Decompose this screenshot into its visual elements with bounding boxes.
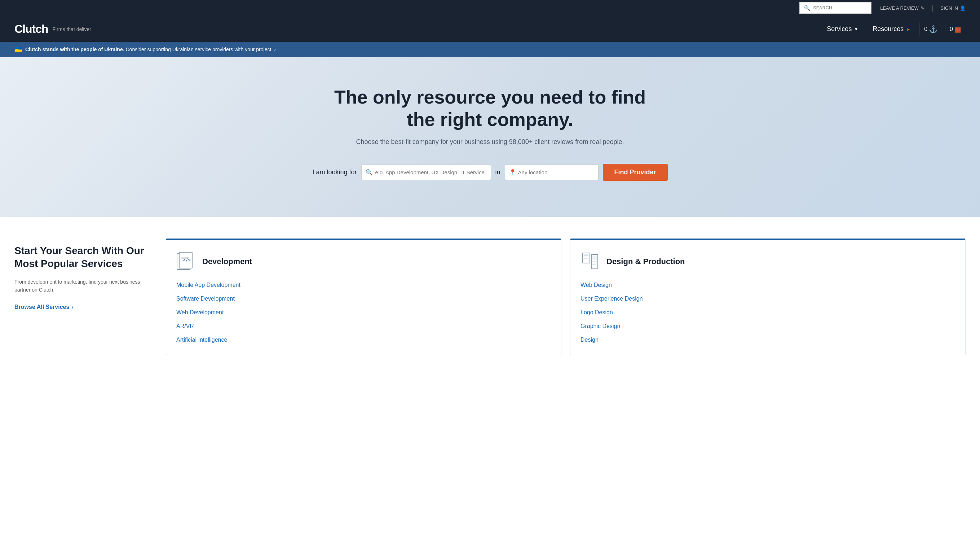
bookmarks-nav-item[interactable]: 0 ⚓: [920, 22, 942, 37]
design-link[interactable]: Design: [581, 337, 955, 343]
development-card: </> Development Mobile App Development S…: [166, 239, 562, 355]
top-bar: 🔍 LEAVE A REVIEW ✎ | SIGN IN 👤: [0, 0, 980, 16]
bookmark-count: 0: [924, 26, 928, 32]
logo[interactable]: Clutch: [14, 22, 48, 36]
nav-right: Services ▼ Resources ► 0 ⚓ 0 ▦: [821, 22, 966, 37]
location-input[interactable]: [505, 164, 598, 180]
top-bar-actions: LEAVE A REVIEW ✎ | SIGN IN 👤: [880, 4, 966, 12]
find-provider-button[interactable]: Find Provider: [603, 164, 668, 181]
hero-section: The only resource you need to find the r…: [0, 57, 980, 217]
design-production-card-icon: [581, 252, 601, 272]
service-cards: </> Development Mobile App Development S…: [166, 239, 966, 355]
service-search-input[interactable]: [361, 164, 491, 180]
graphic-design-link[interactable]: Graphic Design: [581, 323, 955, 330]
svg-rect-10: [592, 256, 597, 260]
development-card-header: </> Development: [176, 252, 551, 272]
design-production-card-header: Design & Production: [581, 252, 955, 272]
top-bar-divider: |: [932, 4, 934, 12]
resources-label: Resources: [873, 25, 904, 33]
top-search-input[interactable]: [813, 5, 864, 10]
hero-title: The only resource you need to find the r…: [328, 86, 652, 131]
arvr-link[interactable]: AR/VR: [176, 323, 551, 330]
ukraine-arrow-icon: ›: [274, 46, 276, 52]
development-card-icon: </>: [176, 252, 197, 272]
services-intro-desc: From development to marketing, find your…: [14, 278, 151, 294]
location-icon: 📍: [509, 169, 516, 176]
top-search-icon: 🔍: [804, 5, 810, 11]
location-search-wrapper: 📍: [505, 164, 598, 180]
ukraine-banner-text: Clutch stands with the people of Ukraine…: [25, 46, 276, 52]
resources-arrow-icon: ►: [906, 26, 911, 32]
in-label: in: [495, 169, 500, 176]
services-intro-title: Start Your Search With Our Most Popular …: [14, 244, 151, 271]
ukraine-banner[interactable]: 🇺🇦 Clutch stands with the people of Ukra…: [0, 42, 980, 57]
design-production-card-title: Design & Production: [606, 257, 685, 266]
messages-nav-item[interactable]: 0 ▦: [945, 22, 966, 37]
services-label: Services: [827, 25, 852, 33]
hero-search-bar: I am looking for 🔍 in 📍 Find Provider: [14, 164, 966, 181]
user-icon: 👤: [960, 5, 966, 11]
ux-design-link[interactable]: User Experience Design: [581, 295, 955, 302]
svg-rect-6: [584, 254, 589, 256]
main-nav: Clutch Firms that deliver Services ▼ Res…: [0, 16, 980, 42]
svg-rect-8: [584, 258, 588, 259]
mobile-app-dev-link[interactable]: Mobile App Development: [176, 282, 551, 289]
browse-arrow-icon: ›: [72, 304, 73, 310]
leave-review-link[interactable]: LEAVE A REVIEW ✎: [880, 5, 924, 11]
bookmark-icon: ⚓: [929, 25, 938, 33]
hero-subtitle: Choose the best-fit company for your bus…: [14, 138, 966, 146]
design-production-card: Design & Production Web Design User Expe…: [570, 239, 966, 355]
service-search-wrapper: 🔍: [361, 164, 491, 180]
svg-text:</>: </>: [183, 258, 191, 263]
logo-area: Clutch Firms that deliver: [14, 22, 821, 36]
search-label: I am looking for: [312, 169, 356, 176]
services-intro: Start Your Search With Our Most Popular …: [14, 239, 151, 311]
edit-icon: ✎: [921, 5, 924, 11]
svg-rect-7: [584, 257, 587, 257]
ai-link[interactable]: Artificial Intelligence: [176, 337, 551, 343]
resources-nav-item[interactable]: Resources ►: [867, 22, 916, 36]
message-icon: ▦: [955, 25, 961, 33]
top-search-box[interactable]: 🔍: [799, 2, 872, 14]
logo-tagline: Firms that deliver: [52, 26, 91, 32]
development-card-title: Development: [202, 257, 252, 266]
design-production-card-links: Web Design User Experience Design Logo D…: [581, 282, 955, 343]
development-card-links: Mobile App Development Software Developm…: [176, 282, 551, 343]
web-dev-link[interactable]: Web Development: [176, 309, 551, 316]
browse-all-services-link[interactable]: Browse All Services ›: [14, 304, 151, 310]
web-design-link[interactable]: Web Design: [581, 282, 955, 289]
services-section: Start Your Search With Our Most Popular …: [0, 217, 980, 377]
services-nav-item[interactable]: Services ▼: [821, 22, 864, 36]
services-chevron-icon: ▼: [854, 27, 858, 32]
logo-design-link[interactable]: Logo Design: [581, 309, 955, 316]
message-count: 0: [950, 26, 953, 32]
software-dev-link[interactable]: Software Development: [176, 295, 551, 302]
service-search-icon: 🔍: [366, 169, 373, 176]
sign-in-link[interactable]: SIGN IN 👤: [941, 5, 966, 11]
ukraine-flag-icon: 🇺🇦: [14, 45, 22, 53]
